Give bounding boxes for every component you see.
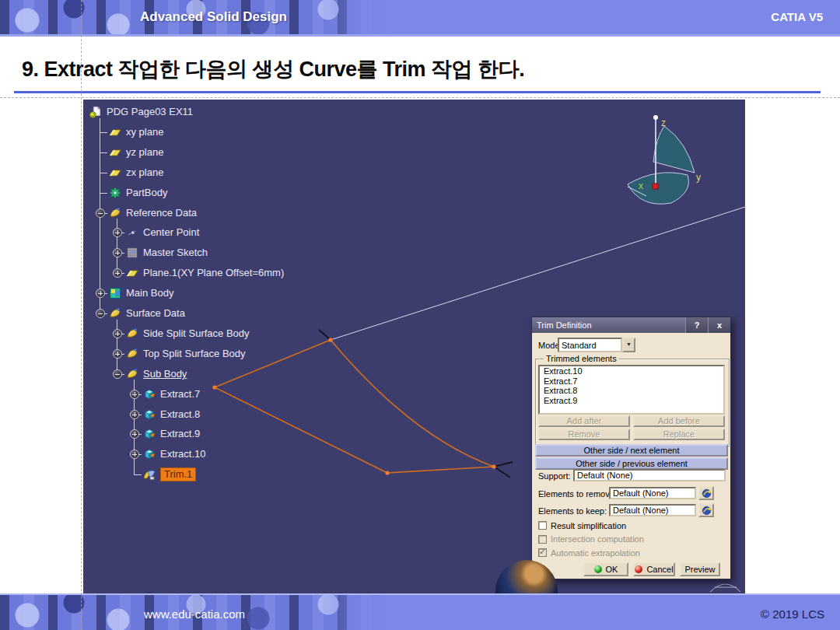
- plane-icon: [109, 126, 122, 138]
- trimmed-element-item[interactable]: Extract.7: [542, 376, 721, 387]
- preview-button[interactable]: Preview: [680, 562, 720, 576]
- expand-plus-icon[interactable]: [113, 329, 122, 338]
- sketch-icon: [126, 247, 139, 259]
- tree-item-label: Plane.1(XY Plane Offset=6mm): [143, 267, 284, 279]
- tree-item-label: Master Sketch: [143, 247, 208, 259]
- extract-icon: [143, 388, 156, 401]
- tree-item-extract-8[interactable]: Extract.8: [130, 408, 200, 422]
- tree-item-label: Extract.10: [160, 448, 206, 460]
- add-before-button: Add before: [633, 415, 725, 427]
- mode-dropdown[interactable]: Standard ▼: [558, 338, 635, 352]
- elements-to-keep-field[interactable]: Default (None): [609, 504, 696, 516]
- keep-picker-button[interactable]: [698, 503, 714, 517]
- expand-plus-icon[interactable]: [113, 268, 122, 278]
- tree-item-side-split-surface-body[interactable]: Side Split Surface Body: [113, 327, 250, 341]
- cancel-button[interactable]: Cancel: [633, 562, 675, 576]
- expand-plus-icon[interactable]: [130, 429, 139, 439]
- expand-plus-icon[interactable]: [130, 410, 139, 419]
- tree-item-label: Top Split Surface Body: [143, 348, 246, 360]
- cancel-icon: [635, 565, 642, 573]
- add-after-button: Add after: [538, 415, 630, 427]
- tree-item-label: Extract.8: [160, 408, 200, 421]
- point-icon: [126, 226, 139, 239]
- tree-item-surface-data[interactable]: Surface Data: [96, 307, 185, 320]
- tree-item-extract-9[interactable]: Extract.9: [130, 428, 200, 441]
- course-title: Advanced Solid Design: [140, 0, 287, 34]
- tree-item-label: Main Body: [126, 287, 173, 299]
- tree-item-trim-1[interactable]: Trim.1: [143, 468, 196, 481]
- slide-title: 9. Extract 작업한 다음의 생성 Curve를 Trim 작업 한다.: [22, 55, 815, 83]
- layout-guide-horizontal: [0, 97, 840, 98]
- tree-connector: [100, 132, 107, 133]
- tree-item-xy-plane[interactable]: xy plane: [109, 126, 163, 139]
- checkbox-icon[interactable]: [538, 521, 547, 530]
- tree-item-pdg-page03-ex11[interactable]: PDG Page03 EX11: [89, 106, 193, 119]
- tree-item-label: PartBody: [126, 187, 167, 199]
- footer-website[interactable]: www.edu-catia.com: [144, 597, 245, 630]
- collapse-minus-icon[interactable]: [96, 208, 105, 218]
- cancel-label: Cancel: [646, 565, 673, 574]
- plane-icon: [109, 166, 122, 179]
- 3d-viewport[interactable]: z y x PDG Page03 EX11xy planeyz planezx …: [83, 100, 745, 593]
- tree-connector: [100, 193, 107, 194]
- support-field[interactable]: Default (None): [573, 469, 726, 481]
- tree-item-label: xy plane: [126, 126, 163, 138]
- brand-label: CATIA V5: [771, 0, 823, 34]
- collapse-minus-icon[interactable]: [113, 369, 122, 379]
- tree-item-main-body[interactable]: Main Body: [96, 287, 173, 300]
- expand-plus-icon[interactable]: [130, 450, 139, 459]
- extract-icon: [143, 408, 156, 421]
- tree-item-extract-10[interactable]: Extract.10: [130, 448, 206, 461]
- body-icon: [126, 368, 139, 380]
- body-icon: [109, 207, 122, 219]
- tree-item-label: Reference Data: [126, 207, 197, 219]
- trimmed-element-item[interactable]: Extract.9: [542, 396, 721, 406]
- tree-item-center-point[interactable]: Center Point: [113, 226, 199, 240]
- support-label: Support:: [538, 471, 571, 481]
- expand-plus-icon[interactable]: [130, 390, 139, 399]
- tree-item-sub-body[interactable]: Sub Body: [113, 368, 187, 381]
- trimmed-element-item[interactable]: Extract.10: [542, 366, 721, 376]
- tree-connector: [134, 474, 142, 475]
- expand-plus-icon[interactable]: [96, 289, 105, 298]
- expand-plus-icon[interactable]: [113, 349, 122, 359]
- expand-plus-icon[interactable]: [113, 248, 122, 257]
- checkbox-icon: [538, 535, 547, 544]
- other-side-previous-element-button[interactable]: Other side / previous element: [535, 457, 728, 470]
- tree-item-label: Trim.1: [160, 467, 196, 481]
- trimmed-element-item[interactable]: Extract.8: [542, 386, 721, 396]
- ok-label: OK: [606, 565, 618, 574]
- help-button[interactable]: ?: [685, 317, 708, 333]
- ok-button[interactable]: OK: [583, 562, 628, 576]
- chevron-down-icon[interactable]: ▼: [622, 338, 635, 352]
- tree-item-label: Sub Body: [143, 368, 187, 380]
- remove-button: Remove: [538, 429, 630, 440]
- part-icon: [89, 106, 103, 118]
- expand-plus-icon[interactable]: [113, 228, 122, 237]
- tree-item-reference-data[interactable]: Reference Data: [96, 207, 197, 220]
- mode-value: Standard: [558, 338, 622, 352]
- tree-item-top-split-surface-body[interactable]: Top Split Surface Body: [113, 348, 246, 361]
- dialog-titlebar[interactable]: Trim Definition ? x: [532, 317, 730, 333]
- result-simplification-checkbox[interactable]: Result simplification: [538, 520, 626, 530]
- trim-definition-dialog: Trim Definition ? x Mode: Standard ▼ Tri…: [531, 317, 731, 579]
- elements-to-remove-label: Elements to remove:: [538, 489, 617, 499]
- tree-item-plane-1-xy-plane-offset-6mm[interactable]: Plane.1(XY Plane Offset=6mm): [113, 267, 284, 280]
- tree-item-master-sketch[interactable]: Master Sketch: [113, 247, 208, 260]
- tree-item-zx-plane[interactable]: zx plane: [109, 166, 163, 180]
- tree-item-extract-7[interactable]: Extract.7: [130, 388, 200, 401]
- tree-item-label: zx plane: [126, 166, 163, 179]
- remove-picker-button[interactable]: [698, 486, 714, 500]
- pointer-icon: [702, 506, 712, 516]
- tree-item-partbody[interactable]: PartBody: [109, 187, 167, 200]
- elements-to-remove-field[interactable]: Default (None): [609, 487, 696, 499]
- tree-item-label: Extract.7: [160, 388, 200, 401]
- other-side-next-element-button[interactable]: Other side / next element: [535, 444, 728, 457]
- plane-icon: [126, 267, 139, 279]
- trimmed-elements-list[interactable]: Extract.10Extract.7Extract.8Extract.9: [538, 365, 725, 415]
- collapse-minus-icon[interactable]: [96, 309, 105, 318]
- close-icon[interactable]: x: [708, 317, 730, 333]
- tree-item-yz-plane[interactable]: yz plane: [109, 146, 163, 159]
- partbody-icon: [109, 187, 122, 199]
- tree-item-label: yz plane: [126, 146, 163, 159]
